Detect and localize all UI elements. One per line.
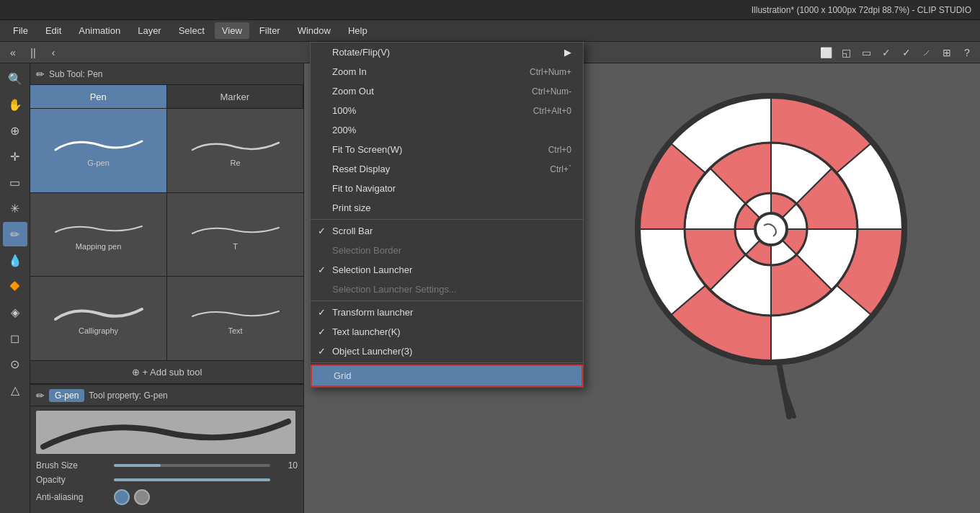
tool-property-section: ✏ G-pen Tool property: G-pen Brush Size … — [30, 383, 303, 513]
menu-object-launcher[interactable]: ✓ Object Launcher(3) — [311, 342, 583, 361]
menu-zoom-out[interactable]: Zoom Out Ctrl+Num- — [311, 81, 583, 101]
menu-bar: File Edit Animation Layer Select View Fi… — [0, 20, 980, 42]
brush-t[interactable]: T — [167, 193, 303, 277]
tool-eraser[interactable]: ◻ — [3, 326, 27, 350]
brush-text[interactable]: Text — [167, 277, 303, 360]
view-dropdown: Rotate/Flip(V) ▶ Zoom In Ctrl+Num+ Zoom … — [310, 42, 584, 388]
tool-fill[interactable]: ⊙ — [3, 352, 27, 376]
menu-animation[interactable]: Animation — [71, 22, 128, 39]
text-launcher-label: Text launcher(K) — [332, 326, 401, 337]
property-label-tag: G-pen — [49, 389, 84, 402]
svg-point-4 — [755, 213, 787, 245]
brush-preview-svg — [36, 411, 295, 454]
toolbar-pipe: || — [24, 44, 42, 61]
tool-panel: 🔍 ✋ ⊕ ✛ ▭ ✳ ✏ 💧 🔶 ◈ ◻ ⊙ △ — [0, 63, 30, 513]
menu-text-launcher[interactable]: ✓ Text launcher(K) — [311, 322, 583, 342]
toolbar-diagonal[interactable]: ⟋ — [918, 44, 935, 61]
menu-fit-screen[interactable]: Fit To Screen(W) Ctrl+0 — [311, 140, 583, 159]
brush-size-value: 10 — [276, 460, 298, 470]
property-row-antialias: Anti-aliasing — [30, 487, 303, 507]
tool-pen[interactable]: ✏ — [3, 222, 27, 246]
sub-panel: ✏ Sub Tool: Pen Pen Marker G-pen Re — [30, 63, 304, 513]
t-label: T — [233, 242, 238, 251]
toolbar-crop[interactable]: ⬜ — [817, 44, 834, 61]
menu-fit-navigator[interactable]: Fit to Navigator — [311, 179, 583, 198]
toolbar-check2[interactable]: ✓ — [898, 44, 915, 61]
brush-size-slider[interactable] — [114, 464, 270, 467]
tool-hand[interactable]: ✋ — [3, 92, 27, 117]
brush-re[interactable]: Re — [167, 109, 303, 192]
add-icon: ⊕ — [132, 367, 140, 378]
calligraphy-label: Calligraphy — [79, 326, 118, 335]
toolbar-rect[interactable]: ▭ — [858, 44, 875, 61]
zoom-in-label: Zoom In — [332, 66, 367, 77]
antialias-circle1[interactable] — [114, 489, 130, 505]
property-pen-icon: ✏ — [36, 390, 45, 401]
toolbar-chevron-left2[interactable]: ‹ — [45, 44, 62, 61]
text-label: Text — [228, 326, 242, 335]
brush-mapping[interactable]: Mapping pen — [30, 193, 166, 277]
add-sub-tool-btn[interactable]: ⊕ + Add sub tool — [30, 360, 303, 383]
sub-tool-label: Sub Tool: Pen — [49, 69, 103, 79]
brush-size-fill — [114, 464, 161, 467]
lollipop-container — [620, 78, 937, 426]
antialias-circle2[interactable] — [134, 489, 150, 505]
gpen-label: G-pen — [87, 159, 110, 167]
menu-100[interactable]: 100% Ctrl+Alt+0 — [311, 101, 583, 120]
toolbar-chevron-left[interactable]: « — [4, 44, 22, 61]
brush-calligraphy[interactable]: Calligraphy — [30, 277, 166, 360]
toolbar-help[interactable]: ? — [958, 44, 976, 61]
zoom-100-label: 100% — [332, 105, 356, 116]
menu-help[interactable]: Help — [341, 22, 375, 39]
add-label: + Add sub tool — [143, 367, 202, 378]
sub-tool-header: ✏ Sub Tool: Pen — [30, 63, 303, 85]
menu-window[interactable]: Window — [290, 22, 338, 39]
tool-select-star[interactable]: ✳ — [3, 196, 27, 220]
tool-brush[interactable]: ◈ — [3, 300, 27, 324]
object-launcher-check: ✓ — [318, 346, 326, 357]
tool-move[interactable]: ✛ — [3, 144, 27, 169]
toolbar-select[interactable]: ◱ — [837, 44, 855, 61]
tab-marker[interactable]: Marker — [167, 85, 304, 108]
separator-1 — [311, 219, 583, 220]
menu-filter[interactable]: Filter — [252, 22, 288, 39]
menu-layer[interactable]: Layer — [130, 22, 169, 39]
zoom-200-label: 200% — [332, 125, 356, 135]
tool-zoom[interactable]: 🔍 — [3, 66, 27, 91]
transform-launcher-label: Transform launcher — [332, 307, 413, 318]
menu-view[interactable]: View — [215, 22, 249, 39]
menu-zoom-in[interactable]: Zoom In Ctrl+Num+ — [311, 62, 583, 81]
fit-navigator-label: Fit to Navigator — [332, 183, 396, 194]
separator-2 — [311, 300, 583, 301]
menu-grid[interactable]: Grid — [311, 365, 583, 387]
selection-launcher-label: Selection Launcher — [332, 264, 412, 275]
tool-pen2[interactable]: 🔶 — [3, 274, 27, 298]
brush-gpen[interactable]: G-pen — [30, 109, 166, 192]
opacity-slider[interactable] — [114, 478, 270, 481]
toolbar-check1[interactable]: ✓ — [878, 44, 895, 61]
tool-shape[interactable]: △ — [3, 378, 27, 402]
menu-select[interactable]: Select — [172, 22, 212, 39]
tool-eyedropper[interactable]: 💧 — [3, 248, 27, 272]
menu-200[interactable]: 200% — [311, 120, 583, 140]
menu-print-size[interactable]: Print size — [311, 198, 583, 218]
property-header: ✏ G-pen Tool property: G-pen — [30, 385, 303, 406]
fit-screen-shortcut: Ctrl+0 — [548, 145, 571, 155]
toolbar-grid[interactable]: ⊞ — [938, 44, 956, 61]
menu-reset-display[interactable]: Reset Display Ctrl+` — [311, 159, 583, 179]
menu-selection-launcher[interactable]: ✓ Selection Launcher — [311, 260, 583, 280]
tab-pen[interactable]: Pen — [30, 85, 167, 108]
menu-transform-launcher[interactable]: ✓ Transform launcher — [311, 303, 583, 322]
menu-scroll-bar[interactable]: ✓ Scroll Bar — [311, 221, 583, 241]
print-size-label: Print size — [332, 202, 370, 213]
menu-rotate-flip[interactable]: Rotate/Flip(V) ▶ — [311, 43, 583, 62]
tool-rotate[interactable]: ⊕ — [3, 118, 27, 143]
property-row-size: Brush Size 10 — [30, 458, 303, 473]
tool-select-rect[interactable]: ▭ — [3, 170, 27, 195]
selection-launcher-check: ✓ — [318, 264, 326, 275]
calligraphy-stroke — [48, 302, 149, 324]
zoom-out-shortcut: Ctrl+Num- — [532, 86, 571, 97]
menu-edit[interactable]: Edit — [38, 22, 68, 39]
transform-launcher-check: ✓ — [318, 307, 326, 318]
menu-file[interactable]: File — [6, 22, 35, 39]
